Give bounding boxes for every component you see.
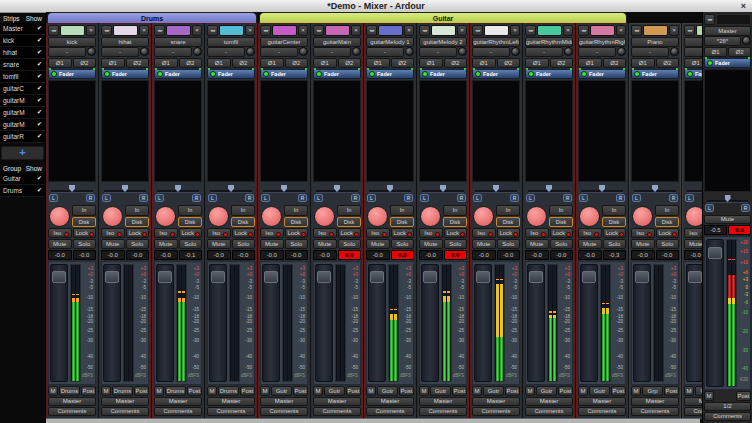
trim-knob[interactable]	[405, 47, 414, 56]
show-checkbox[interactable]: ✔	[37, 36, 42, 45]
input-button[interactable]: -	[48, 47, 86, 57]
comments-button[interactable]: Comments	[684, 407, 702, 416]
show-checkbox[interactable]: ✔	[37, 174, 42, 183]
gain-fader[interactable]	[474, 264, 492, 382]
phase-2-button[interactable]: Ø2	[391, 58, 415, 68]
peak-display[interactable]: -0.3	[603, 250, 627, 260]
peak-display[interactable]: -0.1	[179, 250, 203, 260]
meter-point-button[interactable]: Post	[452, 386, 467, 396]
solo-lock-button[interactable]: Lock	[444, 228, 468, 238]
gain-fader[interactable]	[315, 264, 333, 382]
record-arm-button[interactable]	[155, 206, 176, 227]
gain-display[interactable]: -0.0	[260, 250, 284, 260]
group-button[interactable]: Grp	[695, 386, 702, 396]
meter-point-button[interactable]: Post	[134, 386, 149, 396]
output-button[interactable]: Master	[419, 397, 467, 406]
monitor-disk-button[interactable]: Disk	[655, 217, 679, 228]
phase-1-button[interactable]: Ø1	[684, 58, 702, 68]
pan-right-button[interactable]: R	[457, 194, 466, 202]
show-checkbox[interactable]: ✔	[37, 108, 42, 117]
monitor-input-button[interactable]: In	[602, 205, 626, 216]
solo-button[interactable]: Solo	[126, 239, 150, 249]
hide-strip-icon[interactable]: ×	[510, 25, 520, 36]
pan-left-button[interactable]: L	[102, 194, 111, 202]
phase-1-button[interactable]: Ø1	[260, 58, 284, 68]
processor-box[interactable]	[684, 80, 702, 182]
input-button[interactable]: -	[631, 47, 669, 57]
input-button[interactable]: -	[207, 47, 245, 57]
meter-point-button[interactable]: Post	[187, 386, 202, 396]
phase-2-button[interactable]: Ø2	[179, 58, 203, 68]
group-button[interactable]: Gutr	[430, 386, 451, 396]
show-checkbox[interactable]: ✔	[37, 24, 42, 33]
solo-lock-button[interactable]: Lock	[550, 228, 574, 238]
input-button[interactable]: -	[578, 47, 616, 57]
metering-button[interactable]: M	[419, 386, 429, 396]
input-button[interactable]: -	[684, 47, 702, 57]
master-input-button[interactable]: *26*	[704, 36, 741, 46]
hide-strip-icon[interactable]: ×	[457, 25, 467, 36]
trim-knob[interactable]	[87, 47, 96, 56]
sidebar-strip-row[interactable]: snare✔	[0, 59, 45, 71]
strip-name-button[interactable]: snare	[154, 37, 202, 47]
strip-color-swatch[interactable]	[272, 25, 297, 36]
sidebar-strip-row[interactable]: guitarC✔	[0, 83, 45, 95]
comments-button[interactable]: Comments	[366, 407, 414, 416]
solo-isolate-button[interactable]: Iso	[101, 228, 125, 238]
width-toggle-button[interactable]: ◄►	[260, 25, 271, 36]
processor-box[interactable]	[578, 80, 626, 182]
processor-enable-led[interactable]	[369, 71, 375, 77]
solo-button[interactable]: Solo	[285, 239, 309, 249]
input-button[interactable]: -	[472, 47, 510, 57]
fader-processor[interactable]: Fader	[684, 69, 702, 79]
strip-name-button[interactable]: guitarRhythmLeft	[472, 37, 520, 47]
solo-isolate-button[interactable]: Iso	[472, 228, 496, 238]
sidebar-strip-row[interactable]: tomfil✔	[0, 71, 45, 83]
record-arm-button[interactable]	[367, 206, 388, 227]
strip-name-button[interactable]: hihat	[101, 37, 149, 47]
monitor-disk-button[interactable]: Disk	[496, 217, 520, 228]
peak-display[interactable]: 0.0	[391, 250, 415, 260]
gain-fader[interactable]	[368, 264, 386, 382]
trim-knob[interactable]	[511, 47, 520, 56]
comments-button[interactable]: Comments	[704, 412, 751, 421]
width-toggle-button[interactable]: ◄►	[366, 25, 377, 36]
fader-processor[interactable]: Fader	[207, 69, 255, 79]
mute-button[interactable]: Mute	[48, 239, 72, 249]
strip-color-swatch[interactable]	[325, 25, 350, 36]
metering-button[interactable]: M	[101, 386, 111, 396]
sidebar-strip-row[interactable]: guitarM✔	[0, 107, 45, 119]
output-button[interactable]: Master	[48, 397, 96, 406]
width-toggle-button[interactable]: ◄►	[684, 25, 695, 36]
group-button[interactable]: Drums	[165, 386, 186, 396]
phase-1-button[interactable]: Ø1	[578, 58, 602, 68]
fader-handle[interactable]	[688, 271, 702, 283]
group-button[interactable]: Drums	[59, 386, 80, 396]
sidebar-strip-row[interactable]: guitarM✔	[0, 95, 45, 107]
strip-color-swatch[interactable]	[166, 25, 191, 36]
peak-display[interactable]: -0.0	[73, 250, 97, 260]
solo-button[interactable]: Solo	[73, 239, 97, 249]
record-arm-button[interactable]	[420, 206, 441, 227]
solo-lock-button[interactable]: Lock	[656, 228, 680, 238]
meter-point-button[interactable]: Post	[558, 386, 573, 396]
meter-point-button[interactable]: Post	[736, 391, 751, 401]
monitor-input-button[interactable]: In	[231, 205, 255, 216]
width-toggle-button[interactable]: ◄►	[525, 25, 536, 36]
monitor-input-button[interactable]: In	[284, 205, 308, 216]
fader-handle[interactable]	[635, 271, 649, 283]
phase-1-button[interactable]: Ø1	[631, 58, 655, 68]
group-tab-guitar[interactable]: Guitar	[259, 12, 627, 23]
mute-button[interactable]: Mute	[631, 239, 655, 249]
input-button[interactable]: -	[313, 47, 351, 57]
gain-fader[interactable]	[103, 264, 121, 382]
sidebar-strip-row[interactable]: hihat✔	[0, 47, 45, 59]
strip-color-swatch[interactable]	[378, 25, 403, 36]
meter-point-button[interactable]: Post	[664, 386, 679, 396]
monitor-disk-button[interactable]: Disk	[72, 217, 96, 228]
processor-enable-led[interactable]	[707, 60, 713, 66]
monitor-input-button[interactable]: In	[655, 205, 679, 216]
solo-button[interactable]: Solo	[656, 239, 680, 249]
monitor-input-button[interactable]: In	[549, 205, 573, 216]
monitor-disk-button[interactable]: Disk	[125, 217, 149, 228]
